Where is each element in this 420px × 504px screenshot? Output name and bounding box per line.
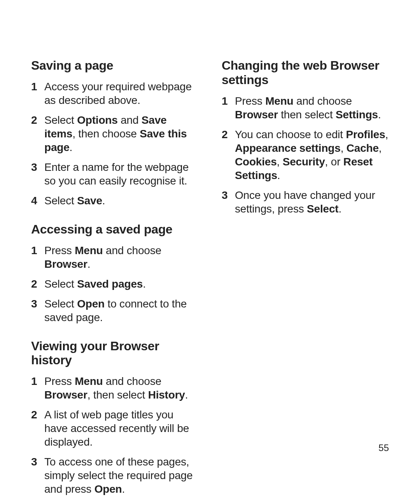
step-item: Access your required webpage as describe… bbox=[31, 80, 198, 107]
step-item: Enter a name for the webpage so you can … bbox=[31, 160, 198, 188]
bold-term: Cookies bbox=[235, 156, 277, 168]
step-item: Select Options and Save items, then choo… bbox=[31, 113, 198, 154]
steps-list: Press Menu and choose Browser, then sele… bbox=[31, 374, 198, 496]
section-heading: Viewing your Browser history bbox=[31, 339, 198, 368]
left-column: Saving a page Access your required webpa… bbox=[31, 58, 198, 502]
section-heading: Accessing a saved page bbox=[31, 222, 198, 237]
bold-term: Options bbox=[77, 114, 117, 126]
right-column: Changing the web Browser settings Press … bbox=[222, 58, 389, 502]
bold-term: Open bbox=[77, 298, 105, 310]
bold-term: Appearance settings bbox=[235, 142, 341, 154]
step-item: Press Menu and choose Browser. bbox=[31, 244, 198, 271]
section-saving-a-page: Saving a page Access your required webpa… bbox=[31, 58, 198, 207]
bold-term: Browser bbox=[44, 258, 88, 270]
steps-list: Press Menu and choose Browser.Select Sav… bbox=[31, 244, 198, 324]
step-item: Select Open to connect to the saved page… bbox=[31, 297, 198, 324]
step-item: Select Save. bbox=[31, 194, 198, 207]
section-viewing-browser-history: Viewing your Browser history Press Menu … bbox=[31, 339, 198, 496]
bold-term: Browser bbox=[44, 389, 88, 401]
two-column-layout: Saving a page Access your required webpa… bbox=[31, 58, 389, 502]
step-item: A list of web page titles you have acces… bbox=[31, 408, 198, 449]
step-item: To access one of these pages, simply sel… bbox=[31, 455, 198, 496]
bold-term: Cache bbox=[346, 142, 379, 154]
section-heading: Changing the web Browser settings bbox=[222, 58, 389, 87]
bold-term: Menu bbox=[75, 244, 103, 256]
manual-page: Saving a page Access your required webpa… bbox=[0, 0, 420, 504]
bold-term: Saved pages bbox=[77, 278, 143, 290]
section-accessing-saved-page: Accessing a saved page Press Menu and ch… bbox=[31, 222, 198, 324]
step-item: Select Saved pages. bbox=[31, 277, 198, 291]
bold-term: Menu bbox=[265, 95, 293, 107]
bold-term: Save bbox=[77, 195, 102, 207]
step-item: Press Menu and choose Browser, then sele… bbox=[31, 374, 198, 402]
bold-term: Profiles bbox=[346, 128, 385, 140]
section-changing-browser-settings: Changing the web Browser settings Press … bbox=[222, 58, 389, 216]
step-item: You can choose to edit Profiles, Appeara… bbox=[222, 128, 389, 182]
step-item: Press Menu and choose Browser then selec… bbox=[222, 94, 389, 121]
bold-term: Browser bbox=[235, 109, 278, 121]
steps-list: Access your required webpage as describe… bbox=[31, 80, 198, 207]
bold-term: Select bbox=[307, 203, 338, 215]
bold-term: Open bbox=[94, 483, 122, 495]
bold-term: Security bbox=[283, 156, 325, 168]
steps-list: Press Menu and choose Browser then selec… bbox=[222, 94, 389, 216]
bold-term: History bbox=[148, 389, 185, 401]
bold-term: Settings bbox=[336, 109, 378, 121]
page-number: 55 bbox=[378, 443, 389, 453]
section-heading: Saving a page bbox=[31, 58, 198, 73]
bold-term: Menu bbox=[75, 375, 103, 387]
step-item: Once you have changed your settings, pre… bbox=[222, 188, 389, 216]
